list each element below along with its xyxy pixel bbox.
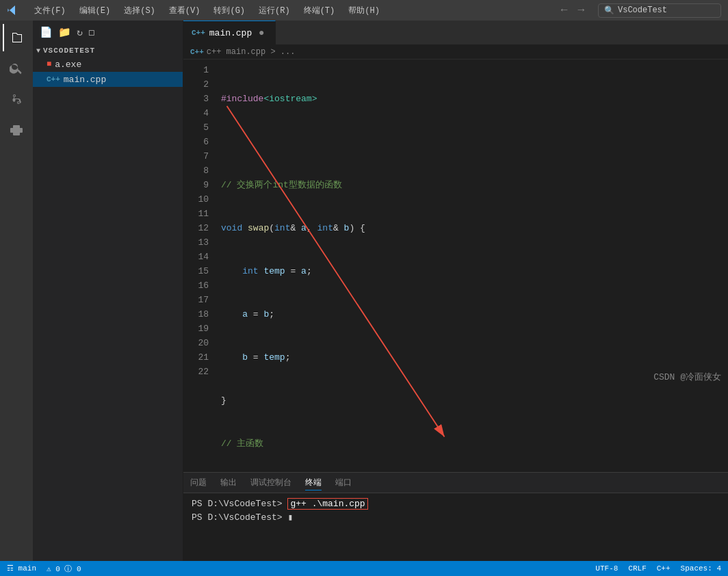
status-line-ending: CRLF — [628, 564, 646, 573]
terminal-tabs: 问题 输出 调试控制台 终端 端口 — [183, 473, 728, 493]
file-label-cpp: main.cpp — [64, 75, 106, 85]
terminal-line-2: PS D:\VsCodeTest> ▮ — [192, 511, 720, 525]
terminal-area: 问题 输出 调试控制台 终端 端口 PS D:\VsCodeTest> g++ … — [183, 472, 728, 561]
status-bar: ☶ main ⚠ 0 ⓘ 0 UTF-8 CRLF C++ Spaces: 4 — [0, 561, 728, 576]
status-branch: ☶ main — [7, 564, 36, 574]
code-line-2 — [221, 135, 721, 149]
line-num-19: 19 — [183, 322, 209, 336]
code-line-1: #include<iostream> — [221, 92, 721, 106]
exe-icon: ■ — [47, 60, 51, 69]
menu-file[interactable]: 文件(F) — [31, 3, 68, 18]
explorer-section: ▼ VSCODETEST ■ a.exe C++ main.cpp — [33, 44, 183, 561]
terminal-tab-problems[interactable]: 问题 — [190, 475, 207, 490]
editor-area: C++ main.cpp ● C++ c++ main.cpp > ... 1 … — [183, 21, 728, 561]
menu-terminal[interactable]: 终端(T) — [301, 3, 338, 18]
line-num-8: 8 — [183, 163, 209, 178]
code-line-5: int temp = a; — [221, 264, 721, 278]
terminal-tab-terminal[interactable]: 终端 — [305, 475, 322, 490]
line-num-17: 17 — [183, 293, 209, 307]
menu-run[interactable]: 运行(R) — [256, 3, 293, 18]
search-text: VsCodeTest — [618, 5, 667, 15]
menu-bar[interactable]: 文件(F) 编辑(E) 选择(S) 查看(V) 转到(G) 运行(R) 终端(T… — [31, 3, 382, 18]
tab-bar: C++ main.cpp ● — [183, 21, 728, 44]
status-spaces: Spaces: 4 — [681, 564, 721, 573]
terminal-tab-ports[interactable]: 端口 — [335, 475, 352, 490]
search-bar[interactable]: 🔍 VsCodeTest — [598, 3, 721, 18]
menu-help[interactable]: 帮助(H) — [346, 3, 382, 18]
nav-arrows: ← → — [558, 3, 588, 18]
menu-select[interactable]: 选择(S) — [121, 3, 158, 18]
editor-wrapper: 1 2 3 4 5 6 7 8 9 10 11 12 13 14 — [183, 60, 728, 472]
menu-edit[interactable]: 编辑(E) — [77, 3, 114, 18]
line-num-16: 16 — [183, 278, 209, 293]
sidebar: 📄 📁 ↻ ◻ ▼ VSCODETEST ■ a.exe C++ main.cp… — [33, 21, 183, 561]
line-num-12: 12 — [183, 221, 209, 235]
terminal-tab-debug[interactable]: 调试控制台 — [250, 475, 291, 490]
menu-goto[interactable]: 转到(G) — [211, 3, 248, 18]
line-num-1: 1 — [183, 63, 209, 77]
code-line-7: b = temp; — [221, 350, 721, 365]
line-num-11: 11 — [183, 207, 209, 221]
code-line-8: } — [221, 393, 721, 408]
terminal-prompt-1: PS D:\VsCodeTest> — [192, 499, 287, 509]
status-left: ☶ main ⚠ 0 ⓘ 0 — [7, 564, 81, 574]
line-num-14: 14 — [183, 250, 209, 264]
file-item-cpp[interactable]: C++ main.cpp — [33, 72, 183, 87]
cpp-icon: C++ — [47, 75, 60, 83]
line-num-7: 7 — [183, 149, 209, 163]
line-num-4: 4 — [183, 106, 209, 120]
app-icon — [7, 5, 18, 16]
sidebar-toolbar: 📄 📁 ↻ ◻ — [33, 21, 183, 44]
breadcrumb-path: c++ main.cpp > ... — [207, 47, 296, 57]
forward-arrow[interactable]: → — [574, 3, 588, 18]
terminal-prompt-2: PS D:\VsCodeTest> — [192, 512, 287, 523]
tab-main-cpp[interactable]: C++ main.cpp ● — [183, 21, 276, 44]
terminal-content: PS D:\VsCodeTest> g++ .\main.cpp PS D:\V… — [183, 493, 728, 561]
file-item-exe[interactable]: ■ a.exe — [33, 57, 183, 72]
status-encoding: UTF-8 — [595, 564, 618, 573]
terminal-cursor: ▮ — [287, 512, 293, 523]
code-line-9: // 主函数 — [221, 436, 721, 451]
line-numbers: 1 2 3 4 5 6 7 8 9 10 11 12 13 14 — [183, 60, 214, 472]
search-icon: 🔍 — [604, 5, 614, 16]
line-num-13: 13 — [183, 235, 209, 250]
title-bar: 文件(F) 编辑(E) 选择(S) 查看(V) 转到(G) 运行(R) 终端(T… — [0, 0, 728, 21]
terminal-tab-output[interactable]: 输出 — [220, 475, 237, 490]
line-num-2: 2 — [183, 77, 209, 92]
code-line-3: // 交换两个int型数据的函数 — [221, 178, 721, 192]
status-language: C++ — [657, 564, 671, 573]
breadcrumb-cpp-icon: C++ — [190, 48, 204, 56]
menu-view[interactable]: 查看(V) — [166, 3, 203, 18]
explorer-icon[interactable] — [3, 24, 30, 51]
search-activity-icon[interactable] — [3, 55, 30, 82]
explorer-title[interactable]: ▼ VSCODETEST — [33, 44, 183, 57]
code-content: 1 2 3 4 5 6 7 8 9 10 11 12 13 14 — [183, 60, 728, 472]
terminal-line-1: PS D:\VsCodeTest> g++ .\main.cpp — [192, 497, 720, 511]
new-file-icon[interactable]: 📄 — [40, 26, 53, 39]
back-arrow[interactable]: ← — [558, 3, 571, 18]
extensions-icon[interactable] — [3, 116, 30, 144]
tab-cpp-icon: C++ — [192, 29, 205, 37]
line-num-15: 15 — [183, 264, 209, 278]
source-control-icon[interactable] — [3, 86, 30, 113]
line-num-5: 5 — [183, 120, 209, 135]
explorer-title-label: VSCODETEST — [43, 47, 95, 55]
line-num-10: 10 — [183, 192, 209, 207]
terminal-command: g++ .\main.cpp — [287, 498, 367, 510]
status-errors: ⚠ 0 ⓘ 0 — [47, 564, 81, 574]
breadcrumb: C++ c++ main.cpp > ... — [183, 44, 728, 60]
line-num-6: 6 — [183, 135, 209, 149]
main-container: 📄 📁 ↻ ◻ ▼ VSCODETEST ■ a.exe C++ main.cp… — [0, 21, 728, 561]
new-folder-icon[interactable]: 📁 — [58, 26, 71, 39]
code-line-6: a = b; — [221, 307, 721, 322]
code-line-4: void swap(int& a, int& b) { — [221, 221, 721, 235]
tab-filename: main.cpp — [209, 28, 252, 38]
code-editor[interactable]: 1 2 3 4 5 6 7 8 9 10 11 12 13 14 — [183, 60, 728, 472]
line-num-20: 20 — [183, 336, 209, 350]
tab-close-button[interactable]: ● — [256, 27, 267, 38]
activity-bar — [0, 21, 33, 561]
refresh-icon[interactable]: ↻ — [77, 26, 83, 39]
collapse-icon[interactable]: ◻ — [88, 26, 94, 39]
line-num-22: 22 — [183, 365, 209, 379]
line-num-18: 18 — [183, 307, 209, 322]
